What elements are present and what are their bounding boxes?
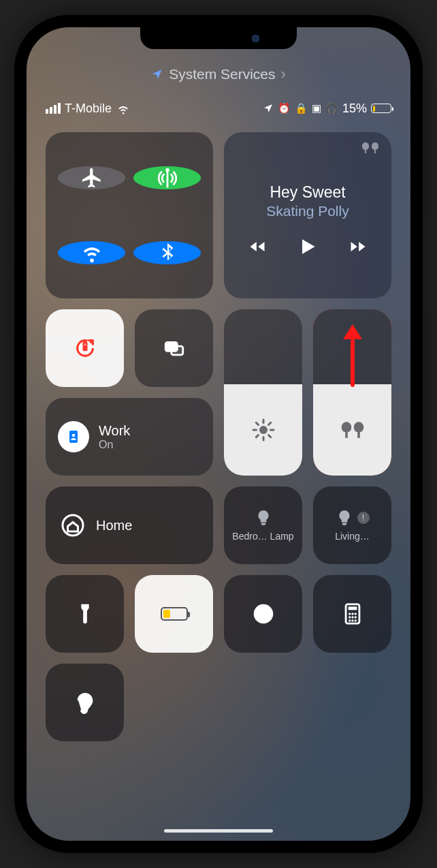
svg-point-13 [351, 613, 353, 615]
svg-rect-11 [348, 606, 357, 610]
calculator-button[interactable] [313, 575, 391, 653]
breadcrumb[interactable]: System Services › [46, 65, 391, 83]
bulb-icon [336, 509, 353, 527]
calculator-icon [341, 602, 364, 625]
accessory-label: Bedro… Lamp [232, 531, 293, 542]
location-status-icon [263, 103, 274, 114]
home-label: Home [96, 518, 132, 533]
airpods-icon [340, 418, 365, 442]
svg-point-9 [259, 610, 267, 617]
wifi-button[interactable] [58, 241, 125, 264]
forward-icon [349, 237, 368, 256]
shortcut-status-icon: ▣ [312, 102, 321, 114]
svg-rect-1 [82, 345, 87, 352]
svg-point-4 [259, 426, 268, 434]
svg-point-19 [351, 619, 353, 621]
flashlight-icon [74, 602, 97, 625]
media-artist: Skating Polly [266, 203, 349, 219]
brightness-slider[interactable] [224, 309, 302, 476]
home-tile[interactable]: Home [46, 486, 213, 564]
location-arrow-icon [151, 68, 163, 80]
battery-icon [161, 607, 188, 621]
status-bar: T-Mobile ⏰ 🔒 ▣ 🎧 15% [46, 101, 391, 116]
focus-badge [58, 421, 89, 452]
breadcrumb-label: System Services [169, 66, 275, 82]
play-button[interactable] [297, 236, 319, 260]
svg-point-6 [72, 434, 76, 437]
bluetooth-button[interactable] [133, 241, 201, 264]
svg-point-12 [349, 613, 351, 615]
wifi-icon [80, 241, 103, 264]
svg-rect-3 [171, 346, 182, 355]
svg-point-14 [354, 613, 356, 615]
volume-up-hw [9, 206, 14, 267]
home-indicator[interactable] [164, 829, 273, 833]
volume-down-hw [9, 281, 14, 342]
carrier-label: T-Mobile [65, 102, 112, 116]
volume-fill [313, 384, 391, 476]
airplane-icon [80, 166, 103, 189]
volume-slider[interactable] [313, 309, 391, 476]
screen-mirroring-icon [163, 337, 186, 360]
rotation-lock-icon [74, 337, 97, 360]
screen-mirroring-button[interactable] [135, 309, 213, 387]
headphones-status-icon: 🎧 [325, 102, 338, 114]
battery-pct-label: 15% [342, 102, 367, 116]
bluetooth-icon [156, 241, 179, 264]
annotation-arrow-up [343, 324, 362, 387]
focus-state: On [99, 439, 130, 451]
svg-point-17 [354, 616, 356, 618]
low-power-mode-button[interactable] [135, 575, 213, 653]
play-icon [297, 236, 319, 258]
airpods-mini-icon [361, 142, 379, 154]
accessory-living-room[interactable]: ! Living… [313, 486, 391, 564]
cellular-data-button[interactable] [133, 166, 201, 189]
id-badge-icon [65, 429, 82, 445]
cellular-antenna-icon [156, 166, 179, 189]
alarm-icon: ⏰ [278, 102, 291, 114]
screen: System Services › T-Mobile ⏰ 🔒 ▣ 🎧 15% [27, 27, 410, 841]
rewind-icon [248, 237, 267, 256]
ear-icon [74, 691, 97, 714]
connectivity-tile[interactable] [46, 132, 213, 298]
rotation-lock-button[interactable] [46, 309, 124, 387]
svg-point-20 [354, 619, 356, 621]
flashlight-button[interactable] [46, 575, 124, 653]
iphone-frame: System Services › T-Mobile ⏰ 🔒 ▣ 🎧 15% [14, 15, 423, 853]
info-icon: ! [357, 512, 370, 524]
svg-point-18 [349, 619, 351, 621]
next-track-button[interactable] [349, 237, 368, 259]
battery-icon [371, 104, 391, 113]
previous-track-button[interactable] [248, 237, 267, 259]
sun-icon [251, 418, 276, 442]
svg-point-16 [351, 616, 353, 618]
rotation-lock-status-icon: 🔒 [295, 102, 308, 114]
now-playing-tile[interactable]: Hey Sweet Skating Polly [224, 132, 391, 298]
record-icon [252, 602, 275, 625]
control-center-grid: Hey Sweet Skating Polly [46, 132, 391, 741]
airplane-mode-button[interactable] [58, 166, 125, 189]
accessory-label: Living… [335, 531, 370, 542]
notch [140, 27, 297, 49]
home-icon [61, 513, 85, 538]
signal-bars-icon [46, 103, 61, 114]
hearing-button[interactable] [46, 664, 124, 741]
chevron-right-icon: › [281, 65, 286, 83]
bulb-icon [255, 509, 272, 527]
accessory-bedroom-lamp[interactable]: Bedro… Lamp [224, 486, 302, 564]
focus-button[interactable]: Work On [46, 398, 213, 476]
power-button-hw [423, 219, 428, 308]
media-title: Hey Sweet [270, 183, 345, 202]
brightness-fill [224, 384, 302, 476]
svg-point-15 [349, 616, 351, 618]
screen-record-button[interactable] [224, 575, 302, 653]
focus-name: Work [99, 423, 130, 439]
mute-switch [9, 151, 14, 185]
wifi-icon [116, 101, 131, 116]
